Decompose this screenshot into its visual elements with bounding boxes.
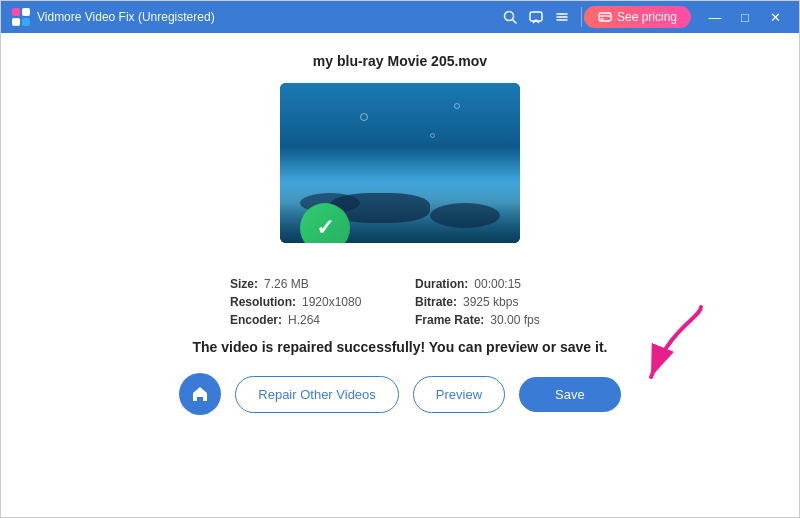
svg-line-5 bbox=[512, 20, 516, 24]
close-button[interactable]: ✕ bbox=[761, 6, 789, 28]
resolution-value: 1920x1080 bbox=[302, 295, 361, 309]
preview-button[interactable]: Preview bbox=[413, 376, 505, 413]
video-preview: ✓ bbox=[280, 83, 520, 243]
svg-rect-3 bbox=[22, 18, 30, 26]
file-name: my blu-ray Movie 205.mov bbox=[313, 53, 487, 69]
menu-icon[interactable] bbox=[551, 6, 573, 28]
info-table: Size: 7.26 MB Duration: 00:00:15 Resolut… bbox=[230, 277, 570, 327]
app-title: Vidmore Video Fix (Unregistered) bbox=[37, 10, 499, 24]
toolbar-icons bbox=[499, 6, 573, 28]
search-icon[interactable] bbox=[499, 6, 521, 28]
duration-label: Duration: bbox=[415, 277, 468, 291]
svg-rect-0 bbox=[12, 8, 20, 16]
svg-rect-2 bbox=[12, 18, 20, 26]
home-button[interactable] bbox=[179, 373, 221, 415]
separator bbox=[581, 7, 582, 27]
repair-other-button[interactable]: Repair Other Videos bbox=[235, 376, 399, 413]
framerate-row: Frame Rate: 30.00 fps bbox=[415, 313, 570, 327]
encoder-row: Encoder: H.264 bbox=[230, 313, 385, 327]
svg-rect-10 bbox=[599, 13, 611, 21]
see-pricing-label: See pricing bbox=[617, 10, 677, 24]
duration-value: 00:00:15 bbox=[474, 277, 521, 291]
size-row: Size: 7.26 MB bbox=[230, 277, 385, 291]
duration-row: Duration: 00:00:15 bbox=[415, 277, 570, 291]
main-content: my blu-ray Movie 205.mov ✓ Size: 7.26 MB… bbox=[1, 33, 799, 518]
bitrate-label: Bitrate: bbox=[415, 295, 457, 309]
resolution-label: Resolution: bbox=[230, 295, 296, 309]
resolution-row: Resolution: 1920x1080 bbox=[230, 295, 385, 309]
success-message: The video is repaired successfully! You … bbox=[193, 339, 608, 355]
framerate-value: 30.00 fps bbox=[490, 313, 539, 327]
encoder-value: H.264 bbox=[288, 313, 320, 327]
maximize-button[interactable]: □ bbox=[731, 6, 759, 28]
framerate-label: Frame Rate: bbox=[415, 313, 484, 327]
save-button[interactable]: Save bbox=[519, 377, 621, 412]
encoder-label: Encoder: bbox=[230, 313, 282, 327]
size-value: 7.26 MB bbox=[264, 277, 309, 291]
title-bar: Vidmore Video Fix (Unregistered) bbox=[1, 1, 799, 33]
size-label: Size: bbox=[230, 277, 258, 291]
window-controls: — □ ✕ bbox=[701, 6, 789, 28]
app-logo bbox=[11, 7, 31, 27]
arrow-annotation bbox=[611, 297, 731, 397]
svg-rect-1 bbox=[22, 8, 30, 16]
bitrate-row: Bitrate: 3925 kbps bbox=[415, 295, 570, 309]
message-icon[interactable] bbox=[525, 6, 547, 28]
bitrate-value: 3925 kbps bbox=[463, 295, 518, 309]
minimize-button[interactable]: — bbox=[701, 6, 729, 28]
see-pricing-button[interactable]: See pricing bbox=[584, 6, 691, 28]
bottom-buttons: Repair Other Videos Preview Save bbox=[179, 373, 620, 415]
